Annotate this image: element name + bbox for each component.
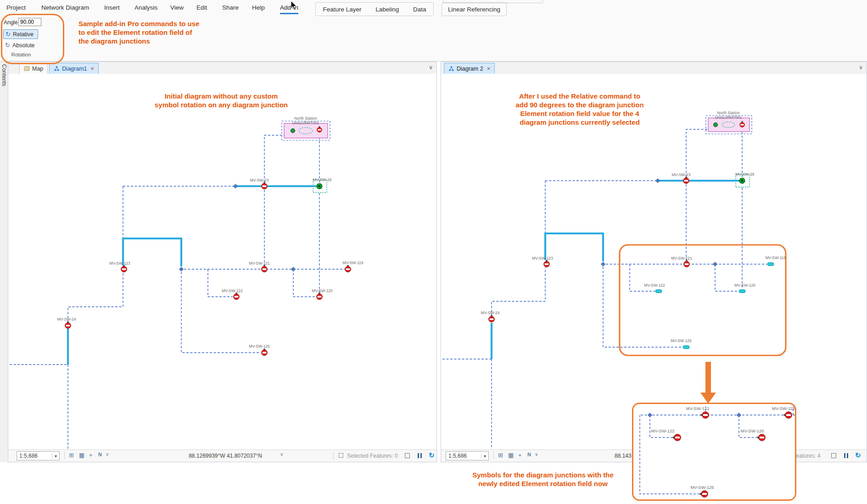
right-diagram-svg: North StationUnit1URMT001MV-SW-23MV-SW-2…: [441, 74, 867, 450]
diagram-edge[interactable]: [640, 415, 700, 494]
chevron-down-icon[interactable]: ∨: [429, 64, 433, 71]
connector-diamond[interactable]: [291, 267, 295, 271]
junction-symbol-green[interactable]: [317, 183, 322, 189]
selected-features-count: Selected Features: 0: [347, 453, 398, 459]
diagram-edge[interactable]: [739, 415, 757, 438]
junction-symbol-red-rot[interactable]: [784, 412, 792, 418]
close-icon[interactable]: ×: [91, 65, 95, 72]
connector-diamond[interactable]: [601, 262, 605, 266]
junction-symbol-red[interactable]: [489, 315, 495, 322]
tab-linear-referencing[interactable]: Linear Referencing: [448, 6, 500, 13]
junction-symbol-teal[interactable]: [767, 263, 774, 266]
diagram-edge[interactable]: [545, 233, 603, 261]
junction-symbol-red[interactable]: [345, 265, 351, 272]
junction-symbol-red[interactable]: [683, 177, 689, 183]
menu-network-diagram[interactable]: Network Diagram: [41, 4, 89, 11]
add-layer-icon[interactable]: ⊞: [69, 452, 74, 459]
left-diagram-annotation: Initial diagram without any custom symbo…: [138, 92, 305, 109]
mouse-cursor: [290, 1, 299, 11]
tab-feature-layer[interactable]: Feature Layer: [323, 6, 361, 13]
tab-diagram2[interactable]: Diagram 2 ×: [444, 63, 495, 74]
snap-icon[interactable]: +: [518, 452, 522, 459]
connector-diamond[interactable]: [179, 267, 183, 271]
zoom-arrow: [700, 362, 716, 404]
inset-diagram-svg: MV-SW-121MV-SW-119MV-SW-122MV-SW-120MV-S…: [633, 404, 795, 499]
connector-diamond[interactable]: [648, 413, 652, 417]
junction-label: MV-SW-24: [57, 317, 76, 321]
north-arrow-icon[interactable]: N: [98, 452, 102, 457]
junction-symbol-red[interactable]: [121, 265, 127, 272]
chevron-down-icon[interactable]: ∨: [280, 452, 283, 457]
add-layer-icon[interactable]: ⊞: [498, 452, 503, 459]
junction-symbol-red[interactable]: [262, 182, 268, 189]
chevron-down-icon[interactable]: ∨: [106, 452, 109, 457]
junction-label: MV-SW-125: [249, 344, 270, 349]
diagram-edge[interactable]: [492, 267, 545, 316]
junction-symbol-teal[interactable]: [655, 290, 662, 293]
junction-symbol-red[interactable]: [234, 293, 240, 299]
junction-symbol-red-rot[interactable]: [673, 434, 681, 441]
floating-window-edge: [443, 0, 543, 3]
junction-label: MV-SW-123: [532, 256, 553, 260]
connector-diamond[interactable]: [233, 184, 237, 188]
connector-diamond[interactable]: [655, 178, 660, 183]
station-terminal-symbol[interactable]: [713, 122, 717, 127]
menu-view[interactable]: View: [170, 4, 184, 11]
junction-symbol-red[interactable]: [317, 293, 323, 299]
refresh-icon[interactable]: ↻: [429, 451, 435, 460]
junction-symbol-red[interactable]: [684, 260, 690, 267]
refresh-icon[interactable]: ↻: [855, 451, 861, 460]
diagram-edge[interactable]: [123, 238, 181, 266]
scale-combo[interactable]: 1:5,686 ▾: [446, 451, 489, 460]
diagram-edge[interactable]: [650, 415, 673, 438]
pause-drawing-icon[interactable]: [844, 453, 848, 458]
chevron-down-icon[interactable]: ∨: [859, 64, 863, 71]
junction-label: MV-SW-120: [312, 288, 333, 293]
junction-symbol-teal[interactable]: [739, 290, 745, 293]
scale-combo[interactable]: 1:5,686 ▾: [17, 451, 60, 460]
contents-panel-tab[interactable]: Contents: [0, 61, 8, 462]
junction-symbol-green[interactable]: [739, 178, 745, 183]
junction-label: MV-SW-121: [249, 261, 270, 266]
connector-diamond[interactable]: [737, 413, 741, 417]
station-label: Unit1URMT001: [292, 121, 319, 125]
close-icon[interactable]: ×: [487, 65, 491, 72]
junction-symbol-red-rot[interactable]: [701, 412, 709, 418]
tab-diagram1[interactable]: Diagram1 ×: [49, 63, 99, 74]
junction-symbol-red[interactable]: [544, 260, 550, 267]
snap-icon[interactable]: +: [89, 452, 93, 459]
tab-diagram1-label: Diagram1: [62, 66, 87, 72]
diagram-edge[interactable]: [181, 272, 261, 353]
junction-label: MV-SW-122: [644, 283, 665, 288]
menu-project[interactable]: Project: [6, 4, 26, 11]
north-arrow-icon[interactable]: N: [527, 452, 531, 457]
station-terminal-symbol[interactable]: [291, 128, 295, 133]
grid-icon[interactable]: ▦: [79, 452, 84, 459]
left-diagram-canvas[interactable]: North StationUnit1URMT001MV-SW-23MV-SW-2…: [8, 74, 436, 450]
junction-symbol-red-rot[interactable]: [757, 434, 766, 441]
menu-share[interactable]: Share: [222, 4, 239, 11]
zoom-selection-icon[interactable]: [831, 453, 836, 458]
right-diagram-canvas[interactable]: North StationUnit1URMT001MV-SW-23MV-SW-2…: [441, 74, 867, 450]
tab-labeling[interactable]: Labeling: [375, 6, 399, 13]
pause-drawing-icon[interactable]: [418, 453, 422, 458]
junction-symbol-red[interactable]: [65, 321, 71, 328]
grid-icon[interactable]: ▦: [508, 452, 514, 459]
diagram-edge[interactable]: [68, 272, 123, 322]
junction-label: MV-SW-123: [109, 261, 130, 266]
tab-data[interactable]: Data: [413, 6, 426, 13]
junction-symbol-red[interactable]: [262, 265, 268, 272]
menu-analysis[interactable]: Analysis: [134, 4, 157, 11]
tab-map[interactable]: Map: [19, 63, 48, 74]
zoom-selection-icon[interactable]: [405, 453, 410, 458]
chevron-down-icon[interactable]: ∨: [535, 452, 538, 457]
contextual-tab-group: Feature Layer Labeling Data: [315, 2, 434, 16]
junction-symbol-teal[interactable]: [683, 346, 689, 349]
junction-symbol-red[interactable]: [262, 349, 268, 355]
menu-insert[interactable]: Insert: [104, 4, 120, 11]
junction-symbol-red-rot[interactable]: [700, 491, 708, 497]
diagram-edge[interactable]: [603, 267, 682, 347]
menu-help[interactable]: Help: [252, 4, 265, 11]
connector-diamond[interactable]: [713, 262, 717, 266]
menu-edit[interactable]: Edit: [196, 4, 207, 11]
